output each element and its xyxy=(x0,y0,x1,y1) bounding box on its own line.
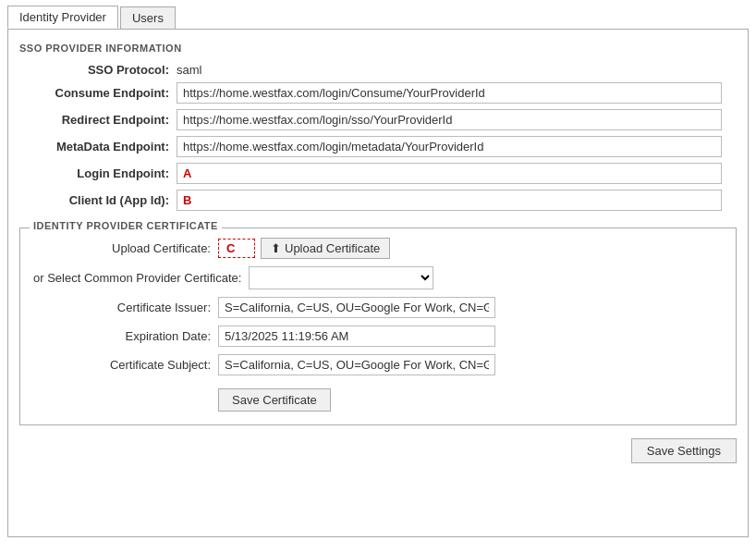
tab-users-label: Users xyxy=(132,11,164,25)
upload-cert-label: Upload Certificate: xyxy=(33,241,218,255)
save-certificate-button[interactable]: Save Certificate xyxy=(218,388,331,412)
file-input-label[interactable]: C xyxy=(218,239,255,258)
tab-content: SSO PROVIDER INFORMATION SSO Protocol: s… xyxy=(7,29,749,537)
save-settings-label: Save Settings xyxy=(647,444,721,458)
upload-btn-label: Upload Certificate xyxy=(285,241,380,255)
cert-issuer-input[interactable] xyxy=(218,297,495,318)
redirect-endpoint-input[interactable] xyxy=(177,109,722,130)
cert-section-title: IDENTITY PROVIDER CERTIFICATE xyxy=(30,220,222,231)
consume-endpoint-label: Consume Endpoint: xyxy=(19,86,177,100)
expiration-date-row: Expiration Date: xyxy=(33,326,723,347)
metadata-endpoint-label: MetaData Endpoint: xyxy=(19,140,177,154)
cert-subject-label: Certificate Subject: xyxy=(33,358,218,372)
tab-identity-provider[interactable]: Identity Provider xyxy=(7,6,118,29)
sso-protocol-label: SSO Protocol: xyxy=(19,63,177,77)
upload-icon: ⬆ xyxy=(271,241,281,255)
sso-protocol-value: saml xyxy=(177,63,201,77)
redirect-endpoint-row: Redirect Endpoint: xyxy=(19,109,737,130)
login-endpoint-input[interactable] xyxy=(177,163,722,184)
sso-protocol-row: SSO Protocol: saml xyxy=(19,63,737,77)
login-endpoint-label: Login Endpoint: xyxy=(19,166,177,180)
cert-issuer-row: Certificate Issuer: xyxy=(33,297,723,318)
consume-endpoint-row: Consume Endpoint: xyxy=(19,82,737,104)
upload-certificate-button[interactable]: ⬆ Upload Certificate xyxy=(261,238,390,259)
cert-issuer-label: Certificate Issuer: xyxy=(33,301,218,314)
client-id-input[interactable] xyxy=(177,190,722,211)
sso-section-heading: SSO PROVIDER INFORMATION xyxy=(19,43,737,54)
client-id-label: Client Id (App Id): xyxy=(19,193,177,207)
tab-identity-provider-label: Identity Provider xyxy=(19,10,106,24)
cert-subject-row: Certificate Subject: xyxy=(33,354,723,375)
consume-endpoint-input[interactable] xyxy=(177,82,722,104)
metadata-endpoint-row: MetaData Endpoint: xyxy=(19,136,737,157)
provider-select[interactable] xyxy=(249,266,433,289)
expiration-date-label: Expiration Date: xyxy=(33,329,218,343)
login-endpoint-row: Login Endpoint: xyxy=(19,163,737,184)
upload-cert-row: Upload Certificate: C ⬆ Upload Certifica… xyxy=(33,238,723,259)
save-cert-label: Save Certificate xyxy=(232,393,317,407)
select-provider-label: or Select Common Provider Certificate: xyxy=(33,271,249,285)
tab-users[interactable]: Users xyxy=(120,6,176,29)
main-container: Identity Provider Users SSO PROVIDER INF… xyxy=(0,0,756,553)
select-provider-row: or Select Common Provider Certificate: xyxy=(33,266,723,289)
redirect-endpoint-label: Redirect Endpoint: xyxy=(19,113,177,127)
cert-section: IDENTITY PROVIDER CERTIFICATE Upload Cer… xyxy=(19,227,737,425)
tabs: Identity Provider Users xyxy=(7,6,749,29)
metadata-endpoint-input[interactable] xyxy=(177,136,722,157)
expiration-date-input[interactable] xyxy=(218,326,495,347)
client-id-row: Client Id (App Id): xyxy=(19,190,737,211)
save-cert-area: Save Certificate xyxy=(218,383,723,412)
cert-subject-input[interactable] xyxy=(218,354,495,375)
save-settings-area: Save Settings xyxy=(19,438,737,463)
save-settings-button[interactable]: Save Settings xyxy=(631,438,737,463)
